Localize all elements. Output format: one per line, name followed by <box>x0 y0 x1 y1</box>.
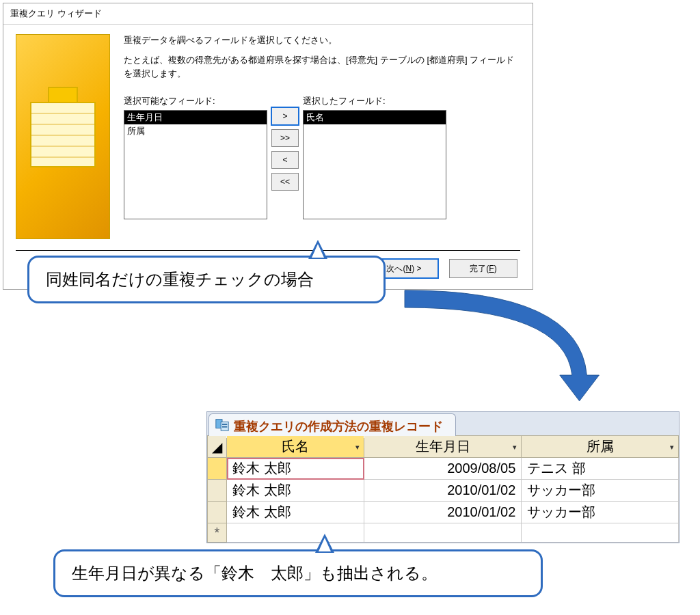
move-all-left-button[interactable]: << <box>271 173 299 191</box>
callout-2-text: 生年月日が異なる「鈴木 太郎」も抽出される。 <box>72 564 438 582</box>
cell[interactable]: テニス 部 <box>522 458 679 480</box>
column-header[interactable]: 生年月日▾ <box>364 436 522 458</box>
selected-fields-listbox[interactable]: 氏名 <box>303 110 446 219</box>
row-selector[interactable] <box>208 502 227 523</box>
column-header[interactable]: 氏名▾ <box>227 436 364 458</box>
svg-rect-3 <box>222 426 227 428</box>
result-datasheet-panel: 重複クエリの作成方法の重複レコード ◢ 氏名▾ 生年月日▾ 所属▾ 鈴木 太郎 … <box>206 411 679 543</box>
chevron-down-icon[interactable]: ▾ <box>670 442 674 451</box>
table-row[interactable]: 鈴木 太郎 2010/01/02 サッカー部 <box>208 502 679 523</box>
cell[interactable] <box>364 523 522 543</box>
duplicate-query-wizard-dialog: 重複クエリ ウィザード 重複データを調べるフィールドを選択してください。 たとえ… <box>3 3 533 290</box>
svg-rect-2 <box>222 424 227 425</box>
callout-1-text: 同姓同名だけの重複チェックの場合 <box>46 270 314 288</box>
cell[interactable]: 鈴木 太郎 <box>227 458 364 480</box>
available-fields-listbox[interactable]: 生年月日 所属 <box>124 110 267 219</box>
available-fields-label: 選択可能なフィールド: <box>124 95 267 107</box>
cell[interactable]: 2010/01/02 <box>364 480 522 502</box>
move-all-right-button[interactable]: >> <box>271 129 299 147</box>
annotation-callout-2: 生年月日が異なる「鈴木 太郎」も抽出される。 <box>53 549 543 597</box>
cell[interactable] <box>522 523 679 543</box>
chevron-down-icon[interactable]: ▾ <box>513 442 517 451</box>
result-tab[interactable]: 重複クエリの作成方法の重複レコード <box>208 413 456 438</box>
list-item[interactable]: 生年月日 <box>124 111 267 124</box>
annotation-callout-1: 同姓同名だけの重複チェックの場合 <box>27 256 386 303</box>
cell[interactable]: 2010/01/02 <box>364 502 522 523</box>
dialog-titlebar: 重複クエリ ウィザード <box>3 3 533 25</box>
new-row-marker[interactable]: * <box>208 523 227 543</box>
table-row[interactable]: 鈴木 太郎 2009/08/05 テニス 部 <box>208 458 679 480</box>
cell[interactable] <box>227 523 364 543</box>
dialog-title: 重複クエリ ウィザード <box>10 8 102 18</box>
column-header[interactable]: 所属▾ <box>522 436 679 458</box>
result-tab-title: 重複クエリの作成方法の重複レコード <box>234 418 443 435</box>
list-item[interactable]: 氏名 <box>304 111 446 124</box>
example-text: たとえば、複数の得意先がある都道府県を探す場合は、[得意先] テーブルの [都道… <box>124 53 520 80</box>
table-row[interactable]: 鈴木 太郎 2010/01/02 サッカー部 <box>208 480 679 502</box>
result-grid[interactable]: ◢ 氏名▾ 生年月日▾ 所属▾ 鈴木 太郎 2009/08/05 テニス 部 鈴… <box>207 435 679 543</box>
callout-pointer-icon <box>315 534 334 553</box>
query-icon <box>215 417 230 435</box>
cell[interactable]: サッカー部 <box>522 502 679 523</box>
select-all-corner[interactable]: ◢ <box>208 436 227 458</box>
chevron-down-icon[interactable]: ▾ <box>355 442 360 451</box>
finish-button[interactable]: 完了(F) <box>449 259 517 278</box>
row-selector[interactable] <box>208 458 227 480</box>
new-row[interactable]: * <box>208 523 679 543</box>
row-selector[interactable] <box>208 480 227 502</box>
cell[interactable]: 鈴木 太郎 <box>227 480 364 502</box>
cell[interactable]: サッカー部 <box>522 480 679 502</box>
selected-fields-label: 選択したフィールド: <box>303 95 446 107</box>
list-item[interactable]: 所属 <box>124 124 267 138</box>
cell[interactable]: 2009/08/05 <box>364 458 522 480</box>
move-right-button[interactable]: > <box>271 107 299 125</box>
move-left-button[interactable]: < <box>271 151 299 169</box>
wizard-illustration <box>16 34 110 239</box>
flow-arrow-icon <box>394 283 612 406</box>
instruction-text: 重複データを調べるフィールドを選択してください。 <box>124 34 520 46</box>
cell[interactable]: 鈴木 太郎 <box>227 502 364 523</box>
callout-pointer-icon <box>308 240 327 259</box>
